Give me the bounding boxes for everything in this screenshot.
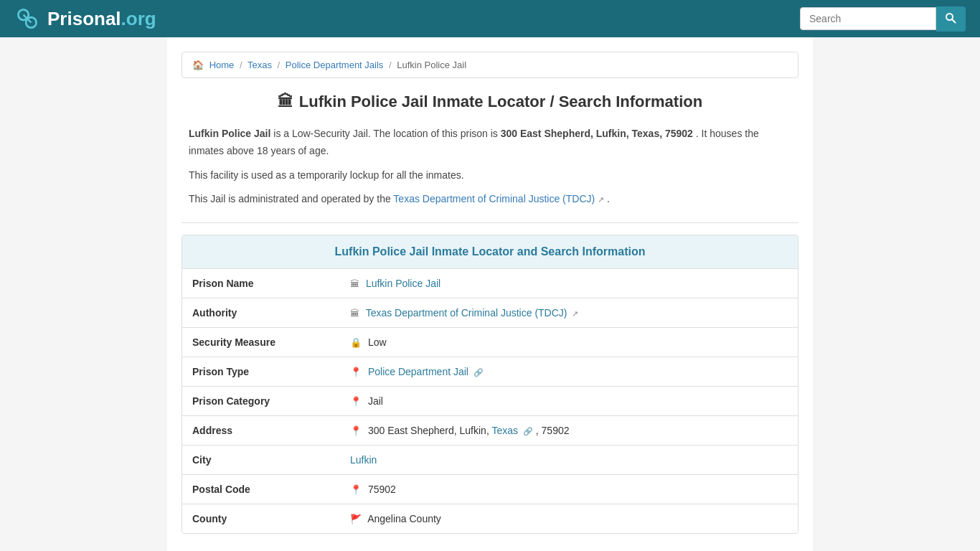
- city-link[interactable]: Lufkin: [350, 454, 377, 466]
- prison-category-value: Jail: [368, 395, 383, 407]
- breadcrumb-sep-3: /: [389, 60, 392, 70]
- table-row: Prison Category 📍 Jail: [182, 387, 798, 416]
- prison-type-icon: 📍: [350, 367, 362, 377]
- label-authority: Authority: [182, 298, 340, 328]
- label-prison-category: Prison Category: [182, 387, 340, 416]
- table-row: Prison Type 📍 Police Department Jail 🔗: [182, 357, 798, 387]
- tdcj-link-desc[interactable]: Texas Department of Criminal Justice (TD…: [393, 193, 595, 204]
- texas-chain-icon: 🔗: [523, 427, 533, 435]
- site-logo-text[interactable]: Prisonal.org: [47, 8, 156, 30]
- value-address: 📍 300 East Shepherd, Lufkin, Texas 🔗 , 7…: [340, 416, 798, 446]
- authority-icon: 🏛: [350, 308, 359, 319]
- page-title-text: Lufkin Police Jail Inmate Locator / Sear…: [299, 93, 702, 111]
- breadcrumb-sep-2: /: [278, 60, 281, 70]
- security-value: Low: [368, 336, 387, 348]
- authority-link[interactable]: Texas Department of Criminal Justice (TD…: [366, 307, 567, 319]
- table-row: Postal Code 📍 75902: [182, 475, 798, 504]
- county-value: Angelina County: [367, 513, 441, 524]
- info-section-title: Lufkin Police Jail Inmate Locator and Se…: [182, 235, 798, 269]
- county-icon: 🚩: [350, 514, 362, 524]
- search-input[interactable]: [800, 7, 936, 30]
- address-bold: 300 East Shepherd, Lufkin, Texas, 75902: [501, 128, 693, 139]
- label-city: City: [182, 446, 340, 475]
- value-authority: 🏛 Texas Department of Criminal Justice (…: [340, 298, 798, 328]
- address-prefix: 300 East Shepherd, Lufkin,: [368, 425, 492, 436]
- ext-icon-desc: ↗: [598, 195, 604, 204]
- table-row: City Lufkin: [182, 446, 798, 475]
- desc-p3-prefix: This Jail is administrated and operated …: [189, 193, 393, 204]
- address-suffix: , 75902: [536, 425, 570, 436]
- label-prison-name: Prison Name: [182, 269, 340, 298]
- svg-line-4: [952, 19, 956, 23]
- search-icon: [945, 12, 956, 24]
- authority-ext-icon: ↗: [572, 309, 578, 318]
- breadcrumb-home[interactable]: Home: [209, 60, 235, 70]
- value-prison-name: 🏛 Lufkin Police Jail: [340, 269, 798, 298]
- value-county: 🚩 Angelina County: [340, 504, 798, 534]
- logo-main: Prisonal: [47, 8, 121, 29]
- logo-area: Prisonal.org: [14, 6, 156, 32]
- breadcrumb-current: Lufkin Police Jail: [397, 60, 466, 70]
- address-texas-link[interactable]: Texas: [491, 425, 518, 436]
- title-icon: 🏛: [278, 93, 293, 111]
- page-title: 🏛 Lufkin Police Jail Inmate Locator / Se…: [182, 93, 798, 111]
- description-p1: Lufkin Police Jail is a Low-Security Jai…: [189, 126, 791, 160]
- main-content: 🏠 Home / Texas / Police Department Jails…: [167, 37, 813, 551]
- section-title-text: Lufkin Police Jail Inmate Locator and Se…: [335, 245, 646, 258]
- label-security: Security Measure: [182, 328, 340, 357]
- address-icon: 📍: [350, 425, 362, 436]
- table-row: Prison Name 🏛 Lufkin Police Jail: [182, 269, 798, 298]
- breadcrumb-police-dept-jails[interactable]: Police Department Jails: [286, 60, 384, 70]
- breadcrumb: 🏠 Home / Texas / Police Department Jails…: [182, 52, 798, 78]
- postal-icon: 📍: [350, 484, 362, 495]
- value-prison-type: 📍 Police Department Jail 🔗: [340, 357, 798, 387]
- breadcrumb-texas[interactable]: Texas: [248, 60, 272, 70]
- svg-line-2: [24, 15, 32, 23]
- prison-category-icon: 📍: [350, 396, 362, 407]
- search-area: [800, 6, 966, 32]
- home-icon: 🏠: [192, 60, 204, 70]
- label-postal: Postal Code: [182, 475, 340, 504]
- value-security: 🔒 Low: [340, 328, 798, 357]
- postal-value: 75902: [368, 484, 396, 495]
- description-section: Lufkin Police Jail is a Low-Security Jai…: [182, 126, 798, 208]
- info-table: Prison Name 🏛 Lufkin Police Jail Authori…: [182, 269, 798, 533]
- security-icon: 🔒: [350, 337, 362, 348]
- search-button[interactable]: [936, 6, 966, 32]
- prison-type-link[interactable]: Police Department Jail: [368, 366, 468, 377]
- description-p2: This facility is used as a temporarily l…: [189, 167, 791, 184]
- value-postal: 📍 75902: [340, 475, 798, 504]
- table-row: County 🚩 Angelina County: [182, 504, 798, 534]
- desc-p1-middle: is a Low-Security Jail. The location of …: [273, 128, 500, 139]
- description-p3: This Jail is administrated and operated …: [189, 191, 791, 208]
- table-row: Address 📍 300 East Shepherd, Lufkin, Tex…: [182, 416, 798, 446]
- desc-p3-suffix: .: [607, 193, 610, 204]
- table-row: Security Measure 🔒 Low: [182, 328, 798, 357]
- label-prison-type: Prison Type: [182, 357, 340, 387]
- label-county: County: [182, 504, 340, 534]
- divider: [182, 222, 798, 223]
- logo-org: .org: [121, 8, 156, 29]
- prison-name-icon: 🏛: [350, 278, 359, 289]
- site-header: Prisonal.org: [0, 0, 980, 37]
- label-address: Address: [182, 416, 340, 446]
- value-city: Lufkin: [340, 446, 798, 475]
- table-row: Authority 🏛 Texas Department of Criminal…: [182, 298, 798, 328]
- value-prison-category: 📍 Jail: [340, 387, 798, 416]
- prison-name-link[interactable]: Lufkin Police Jail: [366, 278, 440, 289]
- breadcrumb-sep-1: /: [240, 60, 242, 70]
- prison-name-bold: Lufkin Police Jail: [189, 128, 270, 139]
- site-logo-icon: [14, 6, 40, 32]
- info-section: Lufkin Police Jail Inmate Locator and Se…: [182, 235, 798, 534]
- prison-type-chain-icon: 🔗: [473, 368, 484, 377]
